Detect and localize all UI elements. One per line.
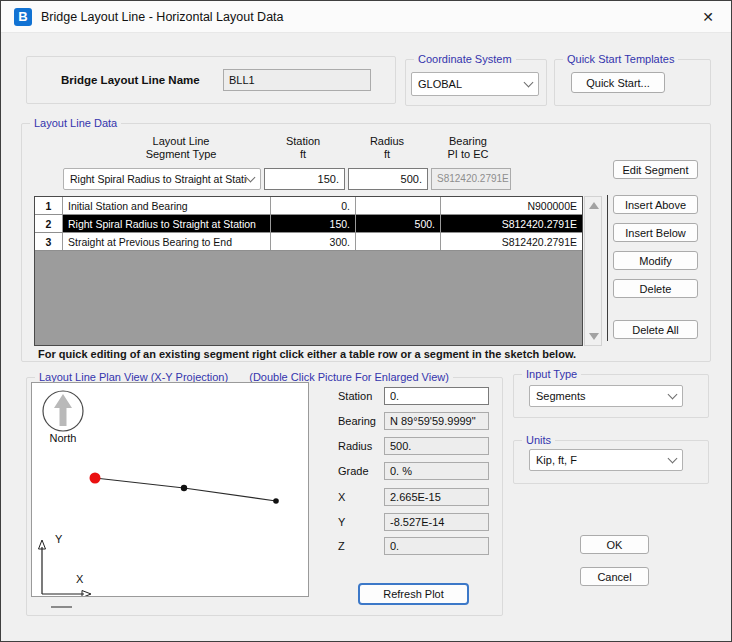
header-segment-type: Layout Line Segment Type xyxy=(146,135,217,161)
divider xyxy=(607,195,608,341)
row-number: 1 xyxy=(35,197,63,214)
cell-station: 150. xyxy=(271,215,356,232)
row-number: 2 xyxy=(35,215,63,232)
insert-above-button[interactable]: Insert Above xyxy=(613,195,698,214)
station-input[interactable] xyxy=(384,387,489,405)
cell-station: 0. xyxy=(271,197,356,214)
input-type-label: Input Type xyxy=(522,368,581,380)
refresh-plot-button[interactable]: Refresh Plot xyxy=(358,583,469,605)
y-display: -8.527E-14 xyxy=(384,513,489,531)
chevron-down-icon xyxy=(524,77,534,87)
bridge-layout-line-name-field[interactable] xyxy=(223,69,371,91)
delete-button[interactable]: Delete xyxy=(613,279,698,298)
grade-display: 0. % xyxy=(384,462,489,480)
bridge-layout-line-name-label: Bridge Layout Line Name xyxy=(61,74,200,86)
header-station: Station ft xyxy=(286,135,320,161)
units-select[interactable]: Kip, ft, F xyxy=(529,449,683,471)
segment-point-marker xyxy=(181,485,187,491)
header-radius: Radius ft xyxy=(370,135,404,161)
chevron-down-icon xyxy=(246,172,256,182)
bridge-layout-line-dialog: B Bridge Layout Line - Horizontal Layout… xyxy=(0,0,732,642)
segment-table: 1 Initial Station and Bearing 0. N900000… xyxy=(34,196,583,346)
quick-start-templates-label: Quick Start Templates xyxy=(563,53,678,65)
plan-view-plot[interactable]: North Y X xyxy=(31,382,309,597)
window-title: Bridge Layout Line - Horizontal Layout D… xyxy=(41,10,284,24)
cell-radius xyxy=(356,197,441,214)
y-label: Y xyxy=(338,516,345,528)
coordinate-system-select[interactable]: GLOBAL xyxy=(411,72,539,96)
station-edit-input[interactable] xyxy=(264,168,345,190)
layout-line-data-label: Layout Line Data xyxy=(30,117,121,129)
z-display: 0. xyxy=(384,537,489,555)
cell-station: 300. xyxy=(271,233,356,250)
cell-bearing: S812420.2791E xyxy=(441,233,582,250)
cell-bearing: N900000E xyxy=(441,197,582,214)
modify-button[interactable]: Modify xyxy=(613,251,698,270)
cell-radius: 500. xyxy=(356,215,441,232)
table-scrollbar[interactable] xyxy=(584,196,602,346)
axis-x-label: X xyxy=(76,573,84,585)
bearing-edit-display: S812420.2791E xyxy=(431,168,511,190)
table-row-selected[interactable]: 2 Right Spiral Radius to Straight at Sta… xyxy=(35,215,582,233)
start-point-marker xyxy=(90,473,101,484)
scroll-down-icon[interactable] xyxy=(589,333,599,340)
x-label: X xyxy=(338,491,345,503)
chevron-down-icon xyxy=(668,453,678,463)
station-label: Station xyxy=(338,390,372,402)
units-value: Kip, ft, F xyxy=(536,454,669,466)
cell-segment-type: Right Spiral Radius to Straight at Stati… xyxy=(63,215,271,232)
radius-edit-input[interactable] xyxy=(348,168,428,190)
grade-label: Grade xyxy=(338,465,369,477)
units-label: Units xyxy=(522,434,555,446)
scale-bar xyxy=(51,606,72,608)
chevron-down-icon xyxy=(668,389,678,399)
z-label: Z xyxy=(338,540,345,552)
radius-display: 500. xyxy=(384,437,489,455)
header-bearing: Bearing PI to EC xyxy=(448,135,489,161)
close-button[interactable]: ✕ xyxy=(697,7,719,27)
segment-type-value: Right Spiral Radius to Straight at Stati… xyxy=(70,173,247,185)
bearing-label: Bearing xyxy=(338,415,376,427)
scroll-up-icon[interactable] xyxy=(589,202,599,209)
cell-segment-type: Initial Station and Bearing xyxy=(63,197,271,214)
coordinate-system-label: Coordinate System xyxy=(414,53,516,65)
cell-bearing: S812420.2791E xyxy=(441,215,582,232)
cell-radius xyxy=(356,233,441,250)
quick-start-button[interactable]: Quick Start... xyxy=(571,72,665,93)
row-number: 3 xyxy=(35,233,63,250)
cancel-button[interactable]: Cancel xyxy=(580,567,649,586)
north-label: North xyxy=(50,432,77,444)
plan-view-sketch: North Y X xyxy=(32,383,308,596)
axis-y-label: Y xyxy=(55,533,63,545)
table-empty-area xyxy=(35,251,582,345)
x-display: 2.665E-15 xyxy=(384,488,489,506)
delete-all-button[interactable]: Delete All xyxy=(613,320,698,339)
north-compass-icon xyxy=(43,391,83,431)
close-icon: ✕ xyxy=(702,9,714,25)
segment-type-select[interactable]: Right Spiral Radius to Straight at Stati… xyxy=(63,168,261,190)
coordinate-system-value: GLOBAL xyxy=(418,78,525,90)
cell-segment-type: Straight at Previous Bearing to End xyxy=(63,233,271,250)
xy-axis-icon xyxy=(39,540,92,596)
radius-label: Radius xyxy=(338,440,372,452)
input-type-select[interactable]: Segments xyxy=(529,385,683,407)
ok-button[interactable]: OK xyxy=(580,535,649,554)
insert-below-button[interactable]: Insert Below xyxy=(613,223,698,242)
alignment-polyline[interactable] xyxy=(90,473,279,504)
bearing-display: N 89°59'59.9999" xyxy=(384,412,489,430)
end-point-marker xyxy=(273,498,279,504)
quick-edit-hint: For quick editing of an existing segment… xyxy=(38,348,576,360)
title-bar: B Bridge Layout Line - Horizontal Layout… xyxy=(1,1,731,33)
app-icon: B xyxy=(14,8,32,26)
table-row[interactable]: 1 Initial Station and Bearing 0. N900000… xyxy=(35,197,582,215)
table-row[interactable]: 3 Straight at Previous Bearing to End 30… xyxy=(35,233,582,251)
input-type-value: Segments xyxy=(536,390,669,402)
edit-segment-button[interactable]: Edit Segment xyxy=(613,160,698,179)
